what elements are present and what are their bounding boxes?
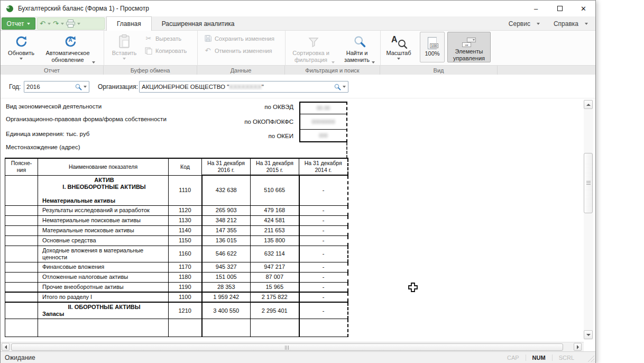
table-cell[interactable]: Материальные поисковые активы: [38, 225, 169, 235]
table-cell[interactable]: 28 353: [202, 282, 251, 292]
table-cell[interactable]: 2 295 401: [251, 302, 299, 319]
table-cell[interactable]: Итого по разделу I: [38, 292, 169, 302]
table-cell[interactable]: 1100: [169, 292, 202, 302]
table-cell[interactable]: Доходные вложения в материальные ценност…: [38, 246, 169, 262]
table-cell[interactable]: 1190: [169, 282, 202, 292]
table-cell[interactable]: 632 114: [251, 246, 299, 262]
zoom-100-button[interactable]: 100 100%: [420, 32, 445, 62]
close-button[interactable]: ✕: [572, 1, 595, 16]
table-cell[interactable]: [5, 246, 38, 262]
table-cell[interactable]: Основные средства: [38, 235, 169, 246]
table-cell[interactable]: 1140: [169, 225, 202, 235]
org-input[interactable]: АКЦИОНЕРНОЕ ОБЩЕСТВО "ХХХХХХХХ": [139, 81, 348, 93]
minimize-button[interactable]: –: [524, 1, 548, 16]
table-cell[interactable]: -: [299, 175, 348, 205]
table-cell[interactable]: 1130: [169, 215, 202, 225]
table-cell[interactable]: Нематериальные поисковые активы: [38, 215, 169, 225]
table-cell[interactable]: Отложенные налоговые активы: [38, 272, 169, 282]
table-cell[interactable]: 87 007: [251, 272, 299, 282]
table-cell[interactable]: 1120: [169, 205, 202, 215]
table-cell[interactable]: 15 965: [251, 282, 299, 292]
table-cell[interactable]: 147 355: [202, 225, 251, 235]
table-cell[interactable]: 546 622: [202, 246, 251, 262]
table-cell[interactable]: -: [299, 262, 348, 272]
table-cell[interactable]: 1170: [169, 262, 202, 272]
table-cell[interactable]: 479 168: [251, 205, 299, 215]
controls-button[interactable]: ок Элементы управления: [447, 32, 491, 62]
table-cell[interactable]: [5, 302, 38, 319]
table-cell[interactable]: -: [299, 302, 348, 319]
undo-dropdown[interactable]: [48, 23, 51, 25]
auto-refresh-button[interactable]: A Автоматическое обновление: [39, 32, 102, 63]
h-scroll-thumb[interactable]: [11, 343, 563, 351]
table-cell[interactable]: [5, 272, 38, 282]
horizontal-scrollbar[interactable]: [1, 342, 584, 351]
okei-value-field[interactable]: 000: [300, 130, 346, 141]
scroll-up-button[interactable]: [584, 100, 593, 109]
table-cell[interactable]: 1150: [169, 235, 202, 246]
print-button[interactable]: [66, 20, 75, 28]
table-cell[interactable]: [202, 319, 251, 337]
tab-glavnaya[interactable]: Главная: [106, 16, 152, 31]
table-cell[interactable]: [5, 235, 38, 246]
table-cell[interactable]: 510 665: [251, 175, 299, 205]
year-input[interactable]: 2016: [24, 81, 89, 93]
table-cell[interactable]: 348 212: [202, 215, 251, 225]
scroll-right-button[interactable]: [574, 343, 582, 351]
table-cell[interactable]: Прочие внеоборотные активы: [38, 282, 169, 292]
report-menu-button[interactable]: Отчет: [2, 17, 35, 30]
table-cell[interactable]: 432 638: [202, 175, 251, 205]
okved-value-field[interactable]: 00.00: [300, 103, 346, 114]
tab-rasshirennaya-analitika[interactable]: Расширенная аналитика: [152, 16, 245, 31]
table-cell[interactable]: -: [299, 246, 348, 262]
table-cell[interactable]: Результаты исследований и разработок: [38, 205, 169, 215]
table-cell[interactable]: 2 175 822: [251, 292, 299, 302]
table-cell[interactable]: [5, 282, 38, 292]
year-search-icon[interactable]: [75, 84, 82, 90]
table-cell[interactable]: [299, 319, 348, 337]
zoom-button[interactable]: A Масштаб: [383, 32, 414, 60]
table-cell[interactable]: [5, 292, 38, 302]
table-cell[interactable]: [5, 175, 38, 205]
undo-button[interactable]: ↶: [40, 20, 45, 27]
table-cell[interactable]: [251, 319, 299, 337]
table-cell[interactable]: АКТИВI. ВНЕОБОРОТНЫЕ АКТИВЫНематериальны…: [38, 175, 169, 205]
table-cell[interactable]: -: [299, 215, 348, 225]
table-cell[interactable]: 151 005: [202, 272, 251, 282]
table-cell[interactable]: II. ОБОРОТНЫЕ АКТИВЫЗапасы: [38, 302, 169, 319]
scroll-left-button[interactable]: [2, 343, 10, 351]
table-cell[interactable]: [5, 205, 38, 215]
table-cell[interactable]: [38, 319, 169, 337]
table-cell[interactable]: [5, 225, 38, 235]
table-cell[interactable]: 3 400 550: [202, 302, 251, 319]
table-cell[interactable]: 1180: [169, 272, 202, 282]
resize-grip[interactable]: [587, 355, 594, 362]
table-cell[interactable]: [5, 262, 38, 272]
table-cell[interactable]: 1210: [169, 302, 202, 319]
okopf-value-field[interactable]: 00000000: [300, 114, 346, 130]
table-cell[interactable]: 211 653: [251, 225, 299, 235]
redo-dropdown[interactable]: [61, 23, 64, 25]
redo-button[interactable]: ↷: [53, 20, 59, 27]
table-cell[interactable]: 135 800: [251, 235, 299, 246]
find-replace-button[interactable]: Найти и заменить: [340, 32, 379, 63]
table-cell[interactable]: 945 327: [202, 262, 251, 272]
table-cell[interactable]: -: [299, 225, 348, 235]
maximize-button[interactable]: [548, 1, 572, 16]
service-menu[interactable]: Сервис: [509, 20, 540, 28]
v-scroll-thumb[interactable]: [584, 153, 593, 213]
table-cell[interactable]: 424 581: [251, 215, 299, 225]
org-dropdown[interactable]: [343, 86, 346, 88]
table-cell[interactable]: 1 959 242: [202, 292, 251, 302]
table-cell[interactable]: -: [299, 282, 348, 292]
table-cell[interactable]: -: [299, 292, 348, 302]
table-cell[interactable]: -: [299, 235, 348, 246]
table-cell[interactable]: 1160: [169, 246, 202, 262]
table-cell[interactable]: 947 217: [251, 262, 299, 272]
table-cell[interactable]: [5, 215, 38, 225]
table-cell[interactable]: -: [299, 205, 348, 215]
table-cell[interactable]: 1110: [169, 175, 202, 205]
print-dropdown[interactable]: [77, 23, 80, 25]
org-search-icon[interactable]: [334, 84, 341, 90]
table-cell[interactable]: 265 903: [202, 205, 251, 215]
